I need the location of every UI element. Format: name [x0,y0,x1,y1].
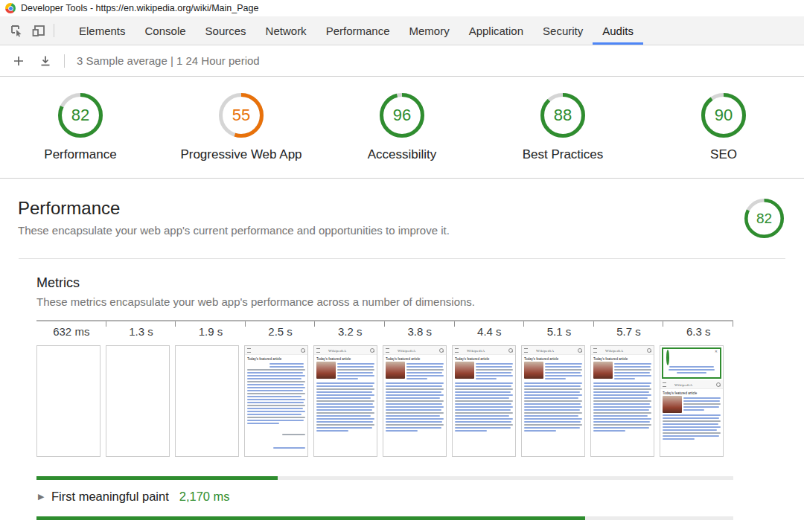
filmstrip: 632 ms1.3 s1.9 s2.5 s3.2 s3.8 s4.4 s5.1 … [36,320,733,457]
tab-sources[interactable]: Sources [196,16,256,45]
score-gauge-best-practices[interactable]: 88 Best Practices [482,92,643,162]
mini-wikipedia-header: WikipediA [591,346,654,355]
filmstrip-frames: Today's featured article WikipediA Today… [36,345,733,457]
menu-icon [386,348,389,353]
metrics-header: Metrics These metrics encapsulate your w… [36,275,786,308]
metric-value: 2,170 ms [179,490,230,504]
wikipedia-wordmark: WikipediA [328,348,346,353]
wikipedia-wordmark: WikipediA [674,382,692,387]
metric-bar-track [36,516,733,520]
mini-wikipedia-header: WikipediA [314,346,377,355]
mini-donation-banner: ✕ [662,347,721,379]
filmstrip-frame-article: WikipediA Today's featured article [383,345,447,457]
filmstrip-frame-article: WikipediA Today's featured article [590,345,654,457]
wikipedia-wordmark: WikipediA [605,348,623,353]
score-gauge-accessibility[interactable]: 96 Accessibility [322,92,482,162]
search-icon [647,348,651,353]
score-ring: 96 [379,92,425,138]
article-thumbnail-image [593,362,613,379]
section-divider [19,258,785,259]
filmstrip-frame-text: Today's featured article [244,345,308,457]
search-icon [578,348,582,353]
disclosure-triangle-icon[interactable]: ▶ [38,492,51,501]
metric-bar-track [36,476,733,480]
filmstrip-time-label: 632 ms [36,321,106,342]
mini-wikipedia-header: WikipediA [522,346,584,355]
filmstrip-frame-blank [106,345,170,457]
score-value: 82 [744,198,785,239]
mini-article-heading: Today's featured article [455,357,485,359]
mini-wikipedia-header: WikipediA [383,346,446,355]
tab-security[interactable]: Security [533,16,593,45]
score-ring: 88 [540,92,586,138]
menu-icon [593,348,597,353]
filmstrip-time-label: 1.9 s [176,321,246,342]
mini-article-heading: Today's featured article [663,391,693,394]
score-gauge-performance[interactable]: 82 Performance [0,92,161,162]
chrome-logo-icon [5,3,16,13]
inspect-element-icon[interactable] [9,23,24,38]
score-value: 96 [379,92,425,138]
score-label: Accessibility [368,147,437,162]
tab-performance[interactable]: Performance [316,16,400,45]
metric-row: ▶ First Interactive (beta) 4,940 ms [36,516,733,532]
tab-network[interactable]: Network [256,16,316,45]
score-value: 82 [57,92,103,138]
filmstrip-frame-article: WikipediA Today's featured article [452,345,516,457]
report-score-gauge: 82 [744,198,785,242]
score-label: Progressive Web App [180,147,302,162]
devtools-tabbar: ElementsConsoleSourcesNetworkPerformance… [0,16,804,45]
metric-bar-fill [36,516,585,520]
devtools-tabs: ElementsConsoleSourcesNetworkPerformance… [69,16,643,45]
filmstrip-frame-blank [175,345,239,457]
tab-memory[interactable]: Memory [400,16,459,45]
score-ring: 82 [744,198,785,239]
wikipedia-wordmark: WikipediA [398,348,415,353]
mini-wikipedia-header: WikipediA [660,380,723,389]
menu-icon [663,382,666,387]
tab-console[interactable]: Console [135,16,196,45]
filmstrip-time-label: 2.5 s [246,321,316,342]
mini-article-heading: Today's featured article [593,357,624,359]
close-icon: ✕ [715,350,718,352]
score-gauge-progressive-web-app[interactable]: 55 Progressive Web App [161,92,322,162]
score-gauge-seo[interactable]: 90 SEO [643,92,804,162]
metric-rows: ▶ First meaningful paint 2,170 ms ▶ Firs… [36,476,733,532]
menu-icon [524,348,528,353]
wikipedia-wordmark: WikipediA [467,348,485,353]
tab-audits[interactable]: Audits [593,16,643,45]
filmstrip-time-label: 6.3 s [663,321,733,342]
mini-wikipedia-header: WikipediA [453,346,515,355]
audit-status-text: 3 Sample average | 1 24 Hour period [77,54,260,67]
score-value: 88 [540,92,586,138]
search-icon [301,348,305,353]
search-icon [370,348,374,353]
filmstrip-time-label: 4.4 s [455,321,525,342]
new-audit-plus-icon[interactable] [10,53,27,69]
metric-name: First meaningful paint [51,490,169,504]
audits-toolbar: 3 Sample average | 1 24 Hour period [0,45,804,77]
article-thumbnail-image [316,362,336,379]
metrics-subtitle: These metrics encapsulate your web app's… [36,295,786,308]
download-report-icon[interactable] [37,53,54,69]
menu-icon [455,348,459,353]
filmstrip-frame-banner: ✕ WikipediA Today's featured article [660,345,724,457]
device-toolbar-icon[interactable] [31,23,46,38]
filmstrip-time-label: 3.8 s [385,321,455,342]
mini-article-heading: Today's featured article [247,357,278,359]
report-header: Performance These encapsulate your web a… [0,179,804,242]
filmstrip-frame-blank [36,345,100,457]
score-ring: 82 [57,92,103,138]
window-titlebar: Developer Tools - https://en.wikipedia.o… [0,0,804,16]
metrics-title: Metrics [36,275,786,291]
search-icon [439,348,444,353]
tab-application[interactable]: Application [459,16,533,45]
devtools-window: Developer Tools - https://en.wikipedia.o… [0,0,804,532]
filmstrip-frame-article: WikipediA Today's featured article [313,345,377,457]
score-ring: 55 [218,92,264,138]
scores-row: 82 Performance 55 Progressive Web App 96… [0,77,804,179]
score-label: Best Practices [523,147,604,162]
tab-elements[interactable]: Elements [69,16,135,45]
mini-article-heading: Today's featured article [316,357,347,359]
article-thumbnail-image [455,362,474,379]
